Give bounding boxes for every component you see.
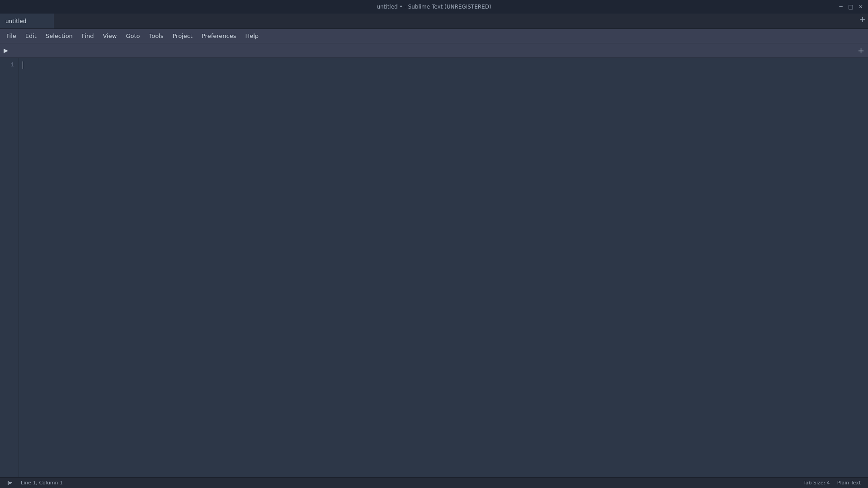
status-right: Tab Size: 4 Plain Text (800, 480, 864, 486)
line-number-1: 1 (0, 61, 14, 70)
menu-file[interactable]: File (2, 31, 21, 41)
menu-find[interactable]: Find (77, 31, 99, 41)
title-bar: untitled • - Sublime Text (UNREGISTERED)… (0, 0, 868, 14)
new-tab-button[interactable]: + (857, 14, 868, 24)
build-button[interactable]: ▶ (4, 47, 8, 54)
editor-content[interactable] (19, 58, 868, 477)
new-tab-right-button[interactable]: + (858, 46, 864, 55)
line-numbers: 1 (0, 58, 19, 477)
svg-rect-2 (9, 483, 11, 484)
play-icon: ▶ (4, 47, 8, 54)
menu-tools[interactable]: Tools (144, 31, 168, 41)
svg-rect-0 (8, 481, 9, 485)
tab-label: untitled (5, 18, 48, 24)
editor-line-1 (23, 61, 864, 70)
indent-icon (7, 480, 13, 486)
tab-bar: untitled + (0, 14, 868, 29)
syntax-mode[interactable]: Plain Text (834, 480, 864, 486)
title-bar-title: untitled • - Sublime Text (UNREGISTERED) (377, 4, 491, 10)
menu-help[interactable]: Help (241, 31, 263, 41)
svg-rect-1 (9, 482, 12, 483)
status-bar: Line 1, Column 1 Tab Size: 4 Plain Text (0, 477, 868, 488)
maximize-button[interactable]: □ (847, 3, 854, 10)
tab-untitled[interactable]: untitled (0, 14, 54, 28)
close-button[interactable]: ✕ (857, 3, 864, 10)
text-cursor (23, 61, 23, 69)
menu-view[interactable]: View (99, 31, 122, 41)
menu-preferences[interactable]: Preferences (197, 31, 241, 41)
menu-edit[interactable]: Edit (21, 31, 41, 41)
toolbar: ▶ + (0, 43, 868, 58)
menu-bar: File Edit Selection Find View Goto Tools… (0, 29, 868, 43)
menu-project[interactable]: Project (168, 31, 197, 41)
window-controls: ─ □ ✕ (837, 3, 864, 10)
menu-goto[interactable]: Goto (121, 31, 144, 41)
cursor-position[interactable]: Line 1, Column 1 (17, 478, 66, 488)
minimize-button[interactable]: ─ (837, 3, 844, 10)
menu-selection[interactable]: Selection (41, 31, 77, 41)
tab-size[interactable]: Tab Size: 4 (800, 480, 834, 486)
editor-container: 1 (0, 58, 868, 477)
indentation-indicator[interactable] (4, 478, 17, 488)
